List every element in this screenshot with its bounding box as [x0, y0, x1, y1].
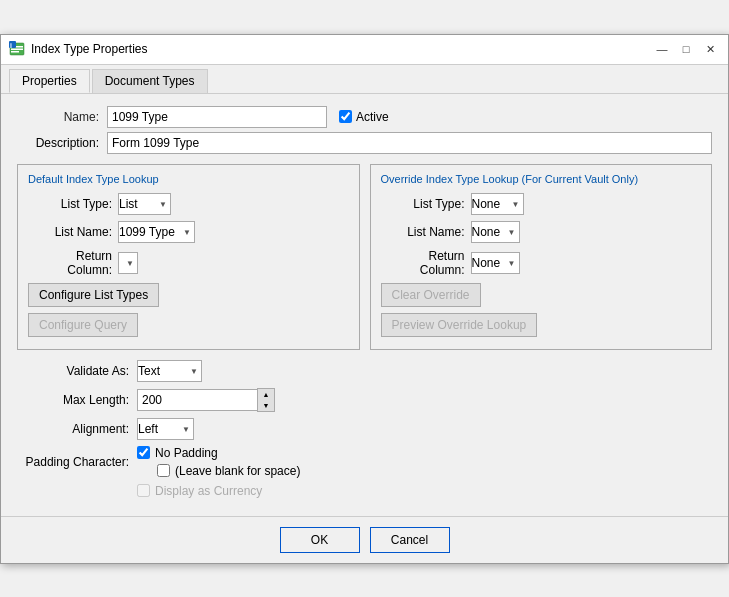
description-input[interactable]	[107, 132, 712, 154]
override-list-type-label: List Type:	[381, 197, 471, 211]
name-label: Name:	[17, 110, 107, 124]
leave-blank-checkbox[interactable]	[157, 464, 170, 477]
alignment-label: Alignment:	[17, 422, 137, 436]
svg-rect-2	[11, 49, 23, 51]
default-btn-row: Configure List Types	[28, 283, 349, 307]
title-controls: — □ ✕	[652, 39, 720, 59]
name-input[interactable]	[107, 106, 327, 128]
validate-as-wrapper: Text Number Date Boolean	[137, 360, 202, 382]
max-length-row: Max Length: ▲ ▼	[17, 388, 712, 412]
override-btn-row1: Clear Override	[381, 283, 702, 307]
validate-as-row: Validate As: Text Number Date Boolean	[17, 360, 712, 382]
lookup-sections: Default Index Type Lookup List Type: Lis…	[17, 164, 712, 350]
footer: OK Cancel	[1, 516, 728, 563]
default-list-name-select[interactable]: 1099 Type	[118, 221, 195, 243]
cancel-button[interactable]: Cancel	[370, 527, 450, 553]
window-title: Index Type Properties	[31, 42, 148, 56]
svg-text:i: i	[10, 42, 12, 49]
default-lookup-title: Default Index Type Lookup	[28, 173, 349, 185]
default-list-name-label: List Name:	[28, 225, 118, 239]
validate-as-select[interactable]: Text Number Date Boolean	[137, 360, 202, 382]
tabs-bar: Properties Document Types	[1, 65, 728, 94]
name-row: Name: document.querySelector('[data-name…	[17, 106, 712, 128]
override-list-name-label: List Name:	[381, 225, 471, 239]
preview-override-button[interactable]: Preview Override Lookup	[381, 313, 538, 337]
override-list-type-wrapper: None List Query	[471, 193, 524, 215]
ok-button[interactable]: OK	[280, 527, 360, 553]
alignment-wrapper: Left Center Right	[137, 418, 194, 440]
minimize-button[interactable]: —	[652, 39, 672, 59]
alignment-row: Alignment: Left Center Right	[17, 418, 712, 440]
clear-override-button[interactable]: Clear Override	[381, 283, 481, 307]
override-btn-row2: Preview Override Lookup	[381, 313, 702, 337]
display-currency-row: Display as Currency	[17, 484, 712, 498]
no-padding-checkbox[interactable]	[137, 446, 150, 459]
override-lookup-title: Override Index Type Lookup (For Current …	[381, 173, 702, 185]
tab-document-types[interactable]: Document Types	[92, 69, 208, 93]
configure-list-types-button[interactable]: Configure List Types	[28, 283, 159, 307]
default-return-column-select[interactable]	[118, 252, 138, 274]
svg-rect-3	[11, 51, 19, 53]
override-return-column-row: Return Column: None	[381, 249, 702, 277]
override-return-column-wrapper: None	[471, 252, 520, 274]
max-length-label: Max Length:	[17, 393, 137, 407]
default-list-type-select[interactable]: List Query None	[118, 193, 171, 215]
no-padding-text: No Padding	[155, 446, 218, 460]
no-padding-label: No Padding	[137, 446, 300, 460]
override-list-name-wrapper: None	[471, 221, 520, 243]
title-bar: i Index Type Properties — □ ✕	[1, 35, 728, 65]
active-checkbox[interactable]	[339, 110, 352, 123]
default-return-column-wrapper	[118, 252, 138, 274]
default-return-column-row: Return Column:	[28, 249, 349, 277]
validate-as-label: Validate As:	[17, 364, 137, 378]
override-lookup-box: Override Index Type Lookup (For Current …	[370, 164, 713, 350]
maximize-button[interactable]: □	[676, 39, 696, 59]
default-list-name-wrapper: 1099 Type	[118, 221, 195, 243]
default-list-type-wrapper: List Query None	[118, 193, 171, 215]
max-length-spinner: ▲ ▼	[137, 388, 275, 412]
tab-properties[interactable]: Properties	[9, 69, 90, 93]
default-list-name-row: List Name: 1099 Type	[28, 221, 349, 243]
override-list-name-select[interactable]: None	[471, 221, 520, 243]
max-length-input[interactable]	[137, 389, 257, 411]
properties-section: Validate As: Text Number Date Boolean Ma…	[17, 360, 712, 498]
override-list-type-select[interactable]: None List Query	[471, 193, 524, 215]
leave-blank-text: (Leave blank for space)	[175, 464, 300, 478]
title-bar-left: i Index Type Properties	[9, 41, 148, 57]
default-btn-row2: Configure Query	[28, 313, 349, 337]
content-area: Name: document.querySelector('[data-name…	[1, 94, 728, 516]
spinner-down-button[interactable]: ▼	[258, 400, 274, 411]
default-return-column-label: Return Column:	[28, 249, 118, 277]
display-currency-label: Display as Currency	[137, 484, 262, 498]
default-list-type-row: List Type: List Query None	[28, 193, 349, 215]
default-list-type-label: List Type:	[28, 197, 118, 211]
leave-blank-label: (Leave blank for space)	[157, 464, 300, 478]
close-button[interactable]: ✕	[700, 39, 720, 59]
default-lookup-box: Default Index Type Lookup List Type: Lis…	[17, 164, 360, 350]
padding-character-row: Padding Character: No Padding (Leave bla…	[17, 446, 712, 478]
window-icon: i	[9, 41, 25, 57]
alignment-select[interactable]: Left Center Right	[137, 418, 194, 440]
display-currency-checkbox[interactable]	[137, 484, 150, 497]
override-return-column-label: Return Column:	[381, 249, 471, 277]
display-currency-text: Display as Currency	[155, 484, 262, 498]
override-return-column-select[interactable]: None	[471, 252, 520, 274]
active-text: Active	[356, 110, 389, 124]
configure-query-button[interactable]: Configure Query	[28, 313, 138, 337]
padding-character-label: Padding Character:	[17, 455, 137, 469]
override-list-name-row: List Name: None	[381, 221, 702, 243]
spinner-up-button[interactable]: ▲	[258, 389, 274, 400]
spinner-buttons: ▲ ▼	[257, 388, 275, 412]
main-window: i Index Type Properties — □ ✕ Properties…	[0, 34, 729, 564]
description-label: Description:	[17, 136, 107, 150]
active-label: Active	[339, 110, 389, 124]
override-list-type-row: List Type: None List Query	[381, 193, 702, 215]
description-row: Description: document.querySelector('[da…	[17, 132, 712, 154]
